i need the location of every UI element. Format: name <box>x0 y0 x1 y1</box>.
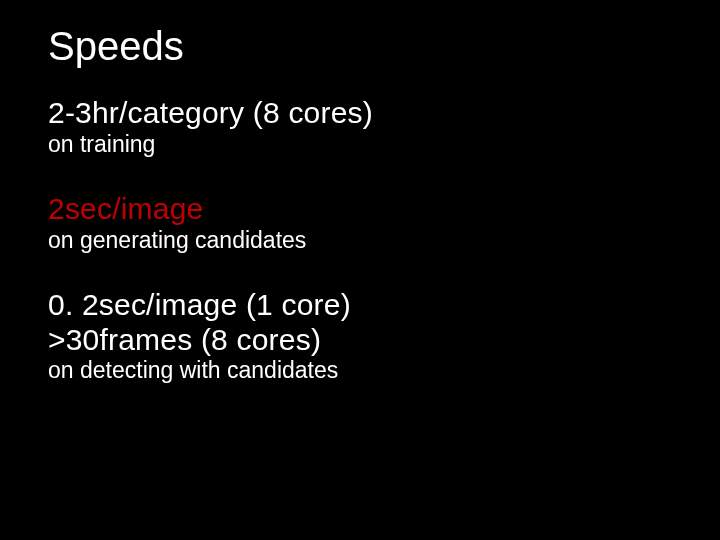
speed-block-training: 2-3hr/category (8 cores) on training <box>48 96 672 158</box>
slide: Speeds 2-3hr/category (8 cores) on train… <box>0 0 720 540</box>
speed-headline: 2-3hr/category (8 cores) <box>48 96 672 131</box>
speed-block-candidates: 2sec/image on generating candidates <box>48 192 672 254</box>
speed-block-detecting: 0. 2sec/image (1 core) >30frames (8 core… <box>48 288 672 385</box>
speed-headline: >30frames (8 cores) <box>48 323 672 358</box>
speed-subtext: on generating candidates <box>48 227 672 255</box>
speed-headline: 2sec/image <box>48 192 672 227</box>
speed-subtext: on detecting with candidates <box>48 357 672 385</box>
speed-subtext: on training <box>48 131 672 159</box>
speed-headline: 0. 2sec/image (1 core) <box>48 288 672 323</box>
slide-title: Speeds <box>48 24 672 68</box>
